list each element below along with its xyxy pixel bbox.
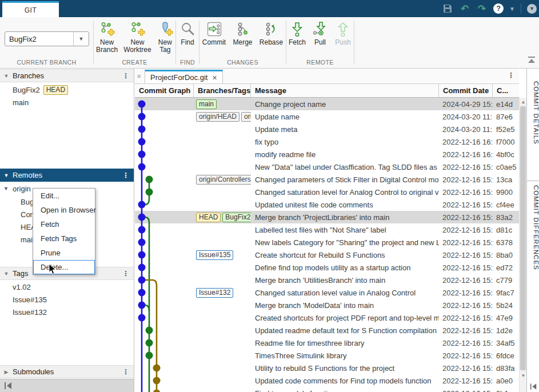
commit-node[interactable] [146,339,153,347]
commit-date: 2022-12-16 15:... [439,163,493,171]
commit-node[interactable] [153,377,161,385]
new-tag-button[interactable]: New Tag [155,21,175,54]
tag-item-issue135[interactable]: Issue#135 [0,293,134,306]
tag-item-v102[interactable]: v1.02 [0,281,134,293]
combo-dropdown-icon[interactable]: ▼ [73,32,89,46]
col-header-branches-tags[interactable]: Branches/Tags [194,84,251,97]
commit-node[interactable] [146,176,153,183]
commit-node[interactable] [146,327,153,334]
commit-date: 2022-12-16 15:... [439,351,493,360]
context-menu-item-fetch[interactable]: Fetch [33,217,95,231]
commit-hash: 87e6 [493,113,519,121]
commit-message: New labels Category for "Sharing" the pr… [251,238,439,247]
commit-node[interactable] [138,314,146,322]
context-menu-item-open-in-browser[interactable]: Open in Browser [33,203,95,217]
expand-submodules-icon[interactable]: ▶ [0,369,13,375]
col-header-commit-date[interactable]: Commit Date [439,84,493,97]
help-icon[interactable]: ? [493,3,504,14]
collapse-ribbon-icon[interactable] [528,56,536,66]
commit-node[interactable] [138,113,146,121]
window-menu-icon[interactable]: ▼ [527,4,537,14]
merge-button[interactable]: Merge [230,21,255,46]
commit-hash: 5b24 [493,301,519,310]
commit-node[interactable] [138,214,146,221]
find-button[interactable]: Find [176,21,199,46]
commit-message: Update name [251,113,439,121]
table-vertical-scrollbar[interactable]: ▲ ▼ [519,98,526,392]
submodules-menu-icon[interactable]: ⋮ [122,368,129,376]
branch-item-bugfix2[interactable]: BugFix2 HEAD [0,83,134,96]
commit-node[interactable] [138,277,146,284]
collapse-panel-left-icon[interactable] [3,382,13,390]
col-header-commit-graph[interactable]: Commit Graph [135,84,194,97]
commit-node[interactable] [153,390,161,392]
save-icon[interactable] [442,3,453,14]
context-menu-item-prune[interactable]: Prune [33,246,95,260]
commit-node[interactable] [138,251,146,259]
commit-node[interactable] [146,189,153,196]
commit-node[interactable] [138,264,146,271]
context-menu-item-delete[interactable]: Delete... [33,260,95,274]
tag-item-issue132[interactable]: Issue#132 [0,306,134,318]
tabbar-grip-icon[interactable]: ≡ [137,73,141,79]
pull-button[interactable]: Pull [309,21,331,46]
commit-node[interactable] [138,226,146,234]
collapse-panel-right-icon[interactable] [529,383,537,390]
section-header-branches[interactable]: ▼ Branches ⋮ [0,69,134,82]
remotes-menu-icon[interactable]: ⋮ [122,171,129,179]
tags-menu-icon[interactable]: ⋮ [122,270,129,278]
table-header: Commit Graph Branches/Tags Message Commi… [135,83,519,98]
commit-node[interactable] [138,126,146,133]
scrollbar-thumb[interactable] [520,106,526,370]
tabbar-menu-icon[interactable]: ⋮ [508,71,514,79]
commit-node[interactable] [138,163,146,171]
redo-icon[interactable]: ↷ [476,3,488,14]
commit-node[interactable] [153,365,161,372]
tab-git[interactable]: GIT [2,1,59,17]
expand-origin-icon[interactable]: ▼ [3,186,9,191]
tab-commit-details[interactable]: COMMIT DETAILS [527,79,539,179]
commit-date: 2024-03-20 11:... [439,125,493,134]
col-header-message[interactable]: Message [251,84,439,97]
commit-message: Created shortcuts for project PDF report… [251,314,439,322]
commit-hash: cf4ee [493,201,519,209]
commit-hash: 47e9 [493,314,519,322]
commit-node[interactable] [138,151,146,158]
merge-icon [235,21,251,37]
undo-icon[interactable]: ↶ [459,3,470,14]
tab-commit-differences[interactable]: COMMIT DIFFERENCES [527,183,539,314]
commit-node[interactable] [138,239,146,246]
collapse-tags-icon[interactable]: ▼ [0,271,13,277]
commit-node[interactable] [138,138,146,146]
help-caret-icon[interactable]: ▼ [509,6,515,12]
commit-node[interactable] [138,201,146,209]
fetch-button[interactable]: Fetch [286,21,308,46]
branch-item-main[interactable]: main [0,96,134,109]
commit-node[interactable] [138,302,146,309]
tab-projectfordoc[interactable]: ProjectForDoc.git × [145,70,223,83]
commit-button[interactable]: Commit [202,21,227,46]
context-menu-item-edit[interactable]: Edit... [33,189,95,203]
group-find: Find FIND [176,17,199,68]
collapse-branches-icon[interactable]: ▼ [0,73,13,79]
fetch-icon [289,21,305,37]
section-header-remotes[interactable]: ▼ Remotes ⋮ [0,169,134,182]
commit-node[interactable] [146,352,153,359]
branches-tags-cell: HEADBugFix2 [194,213,251,222]
section-header-submodules[interactable]: ▶ Submodules ⋮ [0,365,134,378]
commit-date: 2022-12-16 15:... [439,251,493,259]
commit-node[interactable] [138,101,146,108]
branches-menu-icon[interactable]: ⋮ [122,72,129,80]
new-worktree-button[interactable]: New Worktree [123,21,151,54]
commit-node[interactable] [138,289,146,297]
document-tabbar: ≡ ProjectForDoc.git × ⋮ [135,69,519,83]
rebase-button[interactable]: Rebase [259,21,284,46]
section-label-remote: REMOTE [286,59,354,66]
new-branch-button[interactable]: New Branch [94,21,120,54]
current-branch-combo[interactable]: BugFix2 ▼ [5,31,89,46]
collapse-remotes-icon[interactable]: ▼ [0,173,13,178]
right-panel-strip: COMMIT DETAILS COMMIT DIFFERENCES [526,69,539,392]
close-tab-icon[interactable]: × [212,73,217,82]
context-menu-item-fetch-tags[interactable]: Fetch Tags [33,231,95,246]
col-header-commit-hash[interactable]: C... [493,84,519,97]
